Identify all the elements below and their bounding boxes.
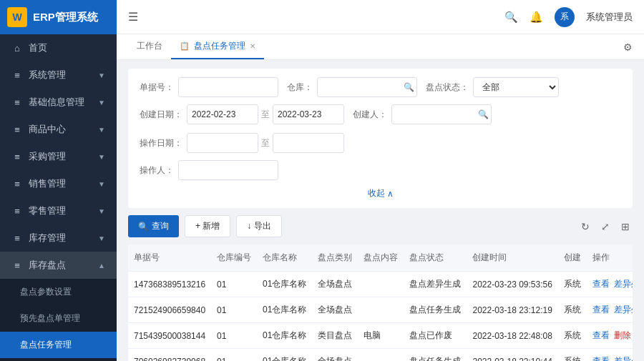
sub-item-label: 盘点参数设置 — [20, 286, 72, 298]
sidebar-item-stocktake-task[interactable]: 盘点任务管理 — [0, 332, 117, 358]
col-content: 盘点内容 — [358, 244, 404, 272]
collapse-icon: ∧ — [387, 189, 394, 199]
col-status: 盘点状态 — [404, 244, 467, 272]
retail-icon: ≡ — [11, 205, 23, 217]
cell-type: 全场盘点 — [312, 297, 358, 323]
tabs-bar: 工作台 📋 盘点任务管理 ✕ ⚙ — [117, 34, 644, 60]
refresh-icon[interactable]: ↻ — [578, 218, 592, 235]
chevron-icon: ▼ — [98, 99, 105, 107]
user-avatar: 系 — [555, 7, 575, 27]
search-icon[interactable]: 🔍 — [504, 11, 518, 24]
cell-status: 盘点任务生成 — [404, 297, 467, 323]
cell-warehouse-code: 01 — [211, 272, 257, 297]
sidebar-item-label: 系统管理 — [29, 69, 66, 81]
table-row: 715439500038144 01 01仓库名称 类目盘点 电脑 盘点已作废 … — [128, 323, 633, 349]
sub-item-label: 盘点任务管理 — [20, 339, 72, 351]
sidebar-item-stocktake-single[interactable]: 盘点单管理 — [0, 358, 117, 361]
sidebar-item-product[interactable]: ≡ 商品中心 ▼ — [0, 116, 117, 143]
logo-icon: W — [7, 7, 27, 27]
table-header-row: 单据号 仓库编号 仓库名称 盘点类别 盘点内容 盘点状态 创建时间 创建 操作 — [128, 244, 633, 272]
chevron-icon: ▼ — [98, 234, 105, 242]
status-label: 盘点状态： — [426, 81, 469, 94]
sidebar-item-purchase[interactable]: ≡ 采购管理 ▼ — [0, 143, 117, 170]
operator-filter: 操作人： — [140, 160, 278, 180]
operate-date-from-input[interactable] — [187, 133, 258, 153]
sidebar-item-base-info[interactable]: ≡ 基础信息管理 ▼ — [0, 89, 117, 116]
sidebar-item-label: 销售管理 — [29, 177, 66, 190]
tab-close-button[interactable]: ✕ — [250, 42, 255, 50]
cell-order-no: 147368389513216 — [128, 272, 211, 297]
creator-input[interactable] — [391, 104, 492, 124]
status-select[interactable]: 全部 盘点任务生成 盘点已作废 盘点差异生成 盘点完成 — [473, 77, 559, 97]
cell-warehouse-code: 01 — [211, 349, 257, 362]
warehouse-filter: 仓库： 🔍 — [287, 77, 417, 97]
grid-icon[interactable]: ⊞ — [618, 218, 633, 235]
action-link[interactable]: 差异生成 — [614, 355, 633, 361]
sidebar-item-sales[interactable]: ≡ 销售管理 ▼ — [0, 170, 117, 197]
warehouse-search-button[interactable]: 🔍 — [404, 82, 414, 92]
action-link[interactable]: 查看 — [592, 304, 610, 316]
base-info-icon: ≡ — [11, 97, 23, 108]
action-link[interactable]: 差异生成 — [614, 304, 633, 316]
filter-row-2: 创建日期： 至 创建人： 🔍 操作日期： — [140, 104, 621, 153]
action-link[interactable]: 删除 — [614, 330, 631, 342]
operator-input[interactable] — [178, 160, 278, 180]
sidebar: W ERP管理系统 ⌂ 首页 ≡ 系统管理 ▼ ≡ 基础信息管理 ▼ — [0, 0, 117, 361]
sidebar-item-stocktake-params[interactable]: 盘点参数设置 — [0, 279, 117, 305]
query-button[interactable]: 🔍 查询 — [128, 215, 179, 237]
sidebar-item-label: 商品中心 — [29, 123, 66, 136]
sidebar-item-warehouse[interactable]: ≡ 库存管理 ▼ — [0, 224, 117, 252]
tab-stocktake-task[interactable]: 📋 盘点任务管理 ✕ — [171, 34, 264, 59]
collapse-label: 收起 — [368, 187, 385, 199]
action-link[interactable]: 查看 — [592, 330, 610, 342]
tab-settings-icon[interactable]: ⚙ — [623, 41, 633, 53]
action-link[interactable]: 差异处理 — [614, 278, 633, 290]
expand-icon[interactable]: ⤢ — [598, 218, 613, 235]
cell-warehouse-name: 01仓库名称 — [257, 297, 312, 323]
stocktake-submenu: 盘点参数设置 预先盘点单管理 盘点任务管理 盘点单管理 — [0, 279, 117, 361]
cell-type: 全场盘点 — [312, 349, 358, 362]
order-no-input[interactable] — [178, 77, 278, 97]
sidebar-item-label: 采购管理 — [29, 150, 66, 163]
chevron-icon: ▼ — [98, 207, 105, 215]
operate-date-to-input[interactable] — [273, 133, 344, 153]
sidebar-item-label: 库存盘点 — [29, 259, 66, 272]
sidebar-item-system[interactable]: ≡ 系统管理 ▼ — [0, 61, 117, 89]
created-date-from-input[interactable] — [187, 104, 258, 124]
sidebar-logo: W ERP管理系统 — [0, 0, 117, 34]
cell-order-no: 715439500038144 — [128, 323, 211, 349]
action-link[interactable]: 查看 — [592, 278, 610, 290]
sidebar-item-home[interactable]: ⌂ 首页 — [0, 34, 117, 61]
cell-type: 类目盘点 — [312, 323, 358, 349]
menu-toggle-button[interactable]: ☰ — [128, 10, 138, 24]
tab-workbench[interactable]: 工作台 — [128, 34, 171, 59]
cell-created-time: 2022-03-18 22:48:08 — [467, 323, 557, 349]
sidebar-item-label: 首页 — [29, 41, 47, 54]
cell-creator: 系统 — [558, 323, 587, 349]
cell-content — [358, 272, 404, 297]
col-created-time: 创建时间 — [467, 244, 557, 272]
sidebar-item-label: 库存管理 — [29, 232, 66, 244]
export-button[interactable]: ↓ 导出 — [236, 215, 281, 237]
created-date-to-input[interactable] — [273, 104, 344, 124]
action-bar-right: ↻ ⤢ ⊞ — [578, 218, 633, 235]
sidebar-item-label: 基础信息管理 — [29, 96, 84, 109]
add-label: + 新增 — [195, 220, 220, 232]
sidebar-item-retail[interactable]: ≡ 零售管理 ▼ — [0, 197, 117, 224]
cell-actions: 查看差异生成作废 — [587, 349, 633, 362]
cell-actions: 查看差异生成作废 — [587, 297, 633, 323]
cell-actions: 查看差异处理作废 — [587, 272, 633, 297]
user-name-label[interactable]: 系统管理员 — [586, 11, 633, 24]
sidebar-item-stocktake-preset[interactable]: 预先盘点单管理 — [0, 305, 117, 332]
col-creator: 创建 — [558, 244, 587, 272]
creator-search-button[interactable]: 🔍 — [478, 109, 489, 119]
action-link[interactable]: 查看 — [592, 355, 610, 361]
sidebar-item-stocktake[interactable]: ≡ 库存盘点 ▲ — [0, 252, 117, 279]
collapse-button[interactable]: 收起 ∧ — [140, 187, 621, 199]
bell-icon[interactable]: 🔔 — [530, 11, 543, 24]
tab-label: 盘点任务管理 — [194, 40, 245, 52]
add-button[interactable]: + 新增 — [185, 215, 230, 237]
operator-label: 操作人： — [140, 164, 174, 177]
warehouse-input[interactable] — [317, 77, 417, 97]
tab-label: 工作台 — [137, 40, 162, 52]
